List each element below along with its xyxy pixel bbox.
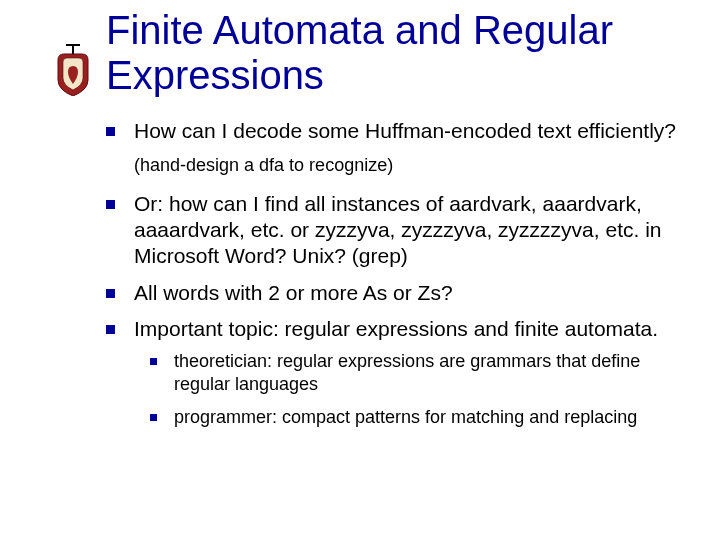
bullet-text: Important topic: regular expressions and… (134, 317, 658, 340)
bullet-item: How can I decode some Huffman-encoded te… (106, 118, 690, 144)
square-bullet-icon (106, 325, 115, 334)
subbullet-item: theoretician: regular expressions are gr… (150, 350, 690, 396)
slide-body: How can I decode some Huffman-encoded te… (106, 118, 690, 439)
slide-title: Finite Automata and Regular Expressions (106, 8, 696, 98)
subbullet-text: programmer: compact patterns for matchin… (174, 407, 637, 427)
subbullet-text: theoretician: regular expressions are gr… (174, 351, 640, 394)
bullet-item: Important topic: regular expressions and… (106, 316, 690, 429)
subbullet-item: programmer: compact patterns for matchin… (150, 406, 690, 429)
bullet-item: Or: how can I find all instances of aard… (106, 191, 690, 270)
square-bullet-icon (150, 358, 157, 365)
square-bullet-icon (106, 200, 115, 209)
indented-note: (hand-design a dfa to recognize) (134, 154, 690, 177)
bullet-item: All words with 2 or more As or Zs? (106, 280, 690, 306)
slide: Finite Automata and Regular Expressions … (0, 0, 720, 540)
square-bullet-icon (106, 289, 115, 298)
bullet-text: Or: how can I find all instances of aard… (134, 192, 662, 268)
bullet-text: All words with 2 or more As or Zs? (134, 281, 453, 304)
square-bullet-icon (106, 127, 115, 136)
bullet-text: How can I decode some Huffman-encoded te… (134, 119, 676, 142)
square-bullet-icon (150, 414, 157, 421)
institution-logo (54, 44, 92, 96)
